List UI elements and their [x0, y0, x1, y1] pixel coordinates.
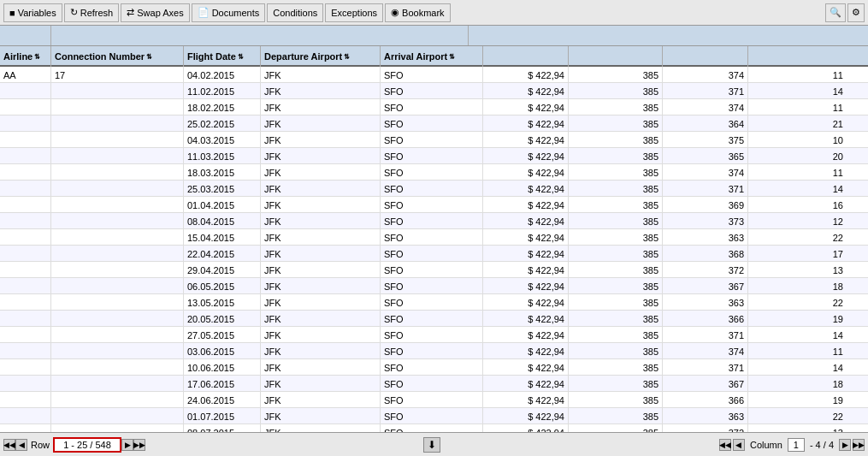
- cell-date: 01.04.2015: [184, 197, 261, 213]
- cell-occ: 364: [663, 115, 748, 132]
- swap-icon: ⇄: [127, 7, 134, 18]
- key-figures-header: Key Figures ▼ Airfare Max. capacity econ…: [0, 26, 868, 46]
- cell-conn: [51, 148, 184, 164]
- col-flight-date[interactable]: Flight Date ⇅: [184, 46, 261, 67]
- row-first-btn[interactable]: ◀◀: [3, 439, 15, 451]
- col-airfare: [483, 46, 569, 67]
- table-row: 17.06.2015JFKSFO$ 422,9438536718: [0, 376, 868, 392]
- cell-occ: 367: [663, 376, 748, 392]
- col-airline[interactable]: Airline ⇅: [0, 46, 51, 67]
- table-row: 22.04.2015JFKSFO$ 422,9438536817: [0, 246, 868, 262]
- row-next-btn[interactable]: ▶: [121, 439, 133, 451]
- cell-dep: JFK: [261, 229, 381, 246]
- cell-dep: JFK: [261, 392, 381, 408]
- cell-conn: [51, 83, 184, 99]
- row-prev-btn[interactable]: ◀: [15, 439, 27, 451]
- cell-dep: JFK: [261, 197, 381, 213]
- cell-airfare: $ 422,94: [483, 392, 569, 408]
- col-arrival[interactable]: Arrival Airport ⇅: [381, 46, 483, 67]
- bookmark-button[interactable]: ◉ Bookmark: [385, 3, 451, 22]
- table-row: 25.02.2015JFKSFO$ 422,9438536421: [0, 115, 868, 132]
- cell-conn: [51, 115, 184, 132]
- cell-arr: SFO: [381, 148, 483, 164]
- status-right: ◀◀ ◀ Column 1 - 4 / 4 ▶ ▶▶: [719, 438, 865, 452]
- col-range[interactable]: 1: [788, 438, 805, 452]
- arr-sort-icon: ⇅: [449, 53, 455, 61]
- refresh-button[interactable]: ↻ Refresh: [64, 3, 120, 22]
- col-prev-btn[interactable]: ◀: [733, 439, 745, 451]
- cell-airfare: $ 422,94: [483, 148, 569, 164]
- cell-occ: 363: [663, 294, 748, 311]
- extra-btn-2[interactable]: ⚙: [847, 3, 865, 22]
- cell-date: 18.03.2015: [184, 164, 261, 181]
- cell-conn: [51, 213, 184, 229]
- cell-dep: JFK: [261, 278, 381, 294]
- conn-sort-icon: ⇅: [146, 53, 152, 61]
- cell-maxcap: 385: [569, 115, 663, 132]
- cell-airline: [0, 408, 51, 424]
- exceptions-label: Exceptions: [331, 8, 377, 18]
- swap-axes-button[interactable]: ⇄ Swap Axes: [121, 3, 189, 22]
- cell-date: 10.06.2015: [184, 359, 261, 376]
- table-row: 20.05.2015JFKSFO$ 422,9438536619: [0, 311, 868, 327]
- cell-date: 20.05.2015: [184, 311, 261, 327]
- cell-avail: 11: [748, 164, 847, 181]
- cell-airfare: $ 422,94: [483, 408, 569, 424]
- row-last-btn[interactable]: ▶▶: [133, 439, 145, 451]
- cell-avail: 11: [748, 99, 847, 115]
- cell-conn: [51, 132, 184, 148]
- cell-date: 27.05.2015: [184, 327, 261, 343]
- cell-arr: SFO: [381, 83, 483, 99]
- row-range[interactable]: 1 - 25 / 548: [53, 437, 121, 453]
- cell-arr: SFO: [381, 213, 483, 229]
- table-row: 04.03.2015JFKSFO$ 422,9438537510: [0, 132, 868, 148]
- conditions-button[interactable]: Conditions: [267, 3, 323, 22]
- col-connection[interactable]: Connection Number ⇅: [51, 46, 184, 67]
- cell-airfare: $ 422,94: [483, 67, 569, 83]
- cell-airfare: $ 422,94: [483, 229, 569, 246]
- cell-avail: 22: [748, 408, 847, 424]
- cell-date: 24.06.2015: [184, 392, 261, 408]
- cell-arr: SFO: [381, 327, 483, 343]
- col-label: Column: [750, 440, 782, 450]
- download-btn[interactable]: ⬇: [423, 437, 440, 453]
- exceptions-button[interactable]: Exceptions: [325, 3, 383, 22]
- cell-avail: 18: [748, 278, 847, 294]
- cell-arr: SFO: [381, 343, 483, 359]
- cell-airfare: $ 422,94: [483, 115, 569, 132]
- col-departure[interactable]: Departure Airport ⇅: [261, 46, 381, 67]
- cell-conn: [51, 311, 184, 327]
- cell-conn: [51, 197, 184, 213]
- documents-button[interactable]: 📄 Documents: [192, 3, 266, 22]
- variables-button[interactable]: ■ Variables: [3, 3, 62, 22]
- cell-arr: SFO: [381, 132, 483, 148]
- cell-date: 22.04.2015: [184, 246, 261, 262]
- cell-maxcap: 385: [569, 164, 663, 181]
- cell-avail: 14: [748, 181, 847, 197]
- table-row: 13.05.2015JFKSFO$ 422,9438536322: [0, 294, 868, 311]
- table-row: 15.04.2015JFKSFO$ 422,9438536322: [0, 229, 868, 246]
- cell-avail: 17: [748, 246, 847, 262]
- cell-airfare: $ 422,94: [483, 327, 569, 343]
- col-last-btn[interactable]: ▶▶: [853, 439, 865, 451]
- cell-arr: SFO: [381, 197, 483, 213]
- cell-dep: JFK: [261, 213, 381, 229]
- cell-airline: [0, 181, 51, 197]
- col-first-btn[interactable]: ◀◀: [719, 439, 731, 451]
- cell-airfare: $ 422,94: [483, 197, 569, 213]
- cell-conn: [51, 327, 184, 343]
- table-row: 01.07.2015JFKSFO$ 422,9438536322: [0, 408, 868, 424]
- col-next-btn[interactable]: ▶: [839, 439, 851, 451]
- cell-avail: 19: [748, 392, 847, 408]
- cell-date: 04.02.2015: [184, 67, 261, 83]
- cell-maxcap: 385: [569, 229, 663, 246]
- cell-airline: [0, 311, 51, 327]
- cell-conn: [51, 229, 184, 246]
- table-row: 08.04.2015JFKSFO$ 422,9438537312: [0, 213, 868, 229]
- cell-occ: 374: [663, 99, 748, 115]
- documents-label: Documents: [212, 8, 260, 18]
- extra-btn-1[interactable]: 🔍: [825, 3, 846, 22]
- col-dep-label: Departure Airport: [264, 51, 342, 62]
- date-sort-icon: ⇅: [238, 53, 244, 61]
- cell-maxcap: 385: [569, 197, 663, 213]
